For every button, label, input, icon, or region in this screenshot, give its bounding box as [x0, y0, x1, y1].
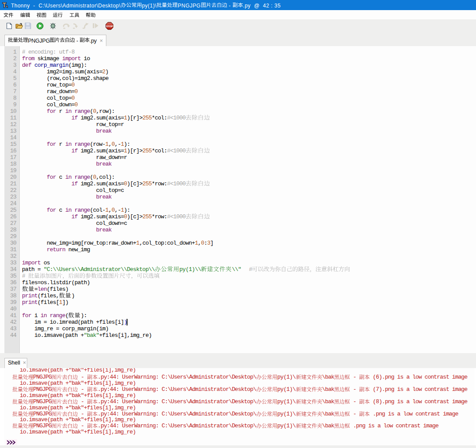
- svg-text:STOP: STOP: [106, 25, 113, 28]
